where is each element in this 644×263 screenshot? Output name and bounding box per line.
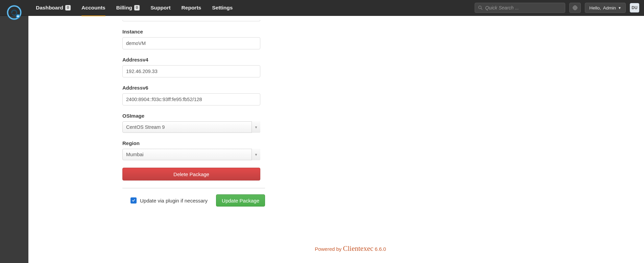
- nav-label: Settings: [212, 5, 233, 11]
- osimage-selected: CentOS Stream 9: [126, 124, 165, 130]
- chevron-down-icon: ▼: [618, 6, 621, 10]
- nav-support[interactable]: Support: [145, 1, 176, 15]
- nav-label: Dashboard: [36, 5, 63, 11]
- addressv4-field[interactable]: [122, 65, 260, 77]
- label-region: Region: [122, 140, 260, 146]
- avatar-initials: DU: [631, 5, 637, 10]
- instance-field[interactable]: [122, 37, 260, 49]
- divider: [122, 188, 265, 188]
- label-osimage: OSImage: [122, 113, 260, 119]
- nav-label: Billing: [116, 5, 132, 11]
- avatar[interactable]: DU: [630, 3, 639, 13]
- cutoff-field: [122, 20, 260, 21]
- group-osimage: OSImage CentOS Stream 9 ▼: [122, 113, 260, 133]
- footer: Powered by Clientexec 6.6.0: [57, 244, 644, 253]
- version: 6.6.0: [375, 246, 386, 252]
- label-instance: Instance: [122, 29, 260, 34]
- nav-reports[interactable]: Reports: [176, 1, 207, 15]
- region-select[interactable]: Mumbai ▼: [122, 149, 260, 160]
- main-area: Instance Addressv4 Addressv6 OSImage Cen…: [28, 16, 644, 263]
- nav-label: Support: [150, 5, 170, 11]
- search-icon: [478, 5, 483, 10]
- nav-dashboard[interactable]: Dashboard 0: [30, 1, 76, 15]
- quick-search[interactable]: [475, 3, 565, 13]
- group-region: Region Mumbai ▼: [122, 140, 260, 160]
- package-form: Instance Addressv4 Addressv6 OSImage Cen…: [122, 16, 260, 181]
- nav-accounts[interactable]: Accounts: [76, 1, 111, 15]
- nav-badge: 0: [134, 5, 140, 10]
- nav-badge: 0: [65, 5, 71, 10]
- target-icon: [572, 5, 578, 10]
- check-icon: [132, 198, 136, 202]
- region-selected: Mumbai: [126, 152, 144, 157]
- delete-package-button[interactable]: Delete Package: [122, 168, 260, 181]
- logo-icon: [6, 4, 22, 21]
- update-package-button[interactable]: Update Package: [216, 194, 265, 207]
- top-navbar: Dashboard 0 Accounts Billing 0 Support R…: [0, 0, 644, 16]
- app-logo[interactable]: [0, 0, 28, 16]
- svg-point-3: [479, 6, 481, 9]
- hello-prefix: Hello,: [589, 5, 601, 10]
- nav-items: Dashboard 0 Accounts Billing 0 Support R…: [30, 1, 238, 15]
- update-row: Update via plugin if necessary Update Pa…: [130, 194, 265, 207]
- search-input[interactable]: [485, 5, 562, 10]
- chevron-down-icon: ▼: [252, 149, 260, 160]
- update-check-label: Update via plugin if necessary: [140, 198, 208, 204]
- osimage-select[interactable]: CentOS Stream 9 ▼: [122, 121, 260, 133]
- left-sidebar-strip: [0, 0, 28, 263]
- label-addressv6: Addressv6: [122, 85, 260, 91]
- nav-label: Accounts: [81, 5, 105, 11]
- nav-right: Hello, Admin ▼ DU: [475, 3, 644, 13]
- hello-name: Admin: [603, 5, 616, 10]
- group-addressv4: Addressv4: [122, 57, 260, 77]
- addressv6-field[interactable]: [122, 93, 260, 105]
- chevron-down-icon: ▼: [252, 121, 260, 133]
- nav-billing[interactable]: Billing 0: [111, 1, 145, 15]
- nav-settings[interactable]: Settings: [207, 1, 238, 15]
- target-button[interactable]: [569, 3, 581, 13]
- group-addressv6: Addressv6: [122, 85, 260, 105]
- brand-name[interactable]: Clientexec: [343, 244, 374, 253]
- update-via-plugin-checkbox[interactable]: [130, 197, 137, 204]
- svg-line-4: [481, 8, 482, 9]
- user-menu[interactable]: Hello, Admin ▼: [585, 3, 626, 13]
- powered-by-text: Powered by: [315, 246, 341, 252]
- nav-label: Reports: [182, 5, 201, 11]
- update-check-wrap: Update via plugin if necessary: [130, 197, 208, 204]
- svg-point-7: [575, 7, 575, 8]
- group-instance: Instance: [122, 29, 260, 49]
- label-addressv4: Addressv4: [122, 57, 260, 63]
